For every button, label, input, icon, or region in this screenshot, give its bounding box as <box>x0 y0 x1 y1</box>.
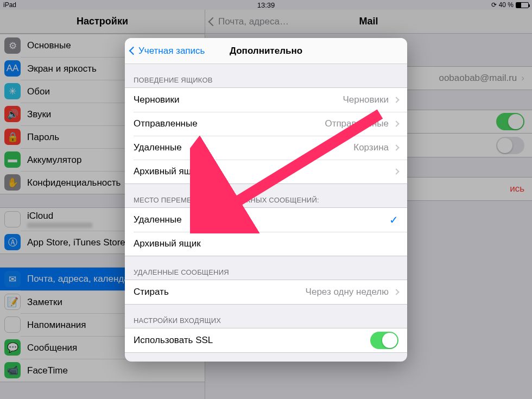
modal-row[interactable]: Архивный ящик <box>125 160 407 183</box>
modal-row[interactable]: ЧерновикиЧерновики <box>125 88 407 112</box>
row-label: Удаленные <box>134 142 353 153</box>
row-label: Стирать <box>134 287 306 297</box>
section-header: ПОВЕДЕНИЕ ЯЩИКОВ <box>125 64 407 87</box>
modal-body: ПОВЕДЕНИЕ ЯЩИКОВЧерновикиЧерновикиОтправ… <box>125 64 407 362</box>
row-label: Черновики <box>134 94 343 105</box>
checkmark-icon: ✓ <box>389 213 398 226</box>
chevron-left-icon <box>129 47 138 55</box>
row-label: Отправленные <box>134 118 325 129</box>
modal-navbar: Учетная запись Дополнительно <box>125 38 407 64</box>
chevron-right-icon <box>393 168 399 174</box>
row-label: Архивный ящик <box>134 238 398 249</box>
modal-row[interactable]: Архивный ящик <box>125 232 407 256</box>
row-label: Архивный ящик <box>134 166 389 177</box>
chevron-right-icon <box>393 289 399 295</box>
chevron-right-icon <box>393 97 399 103</box>
advanced-modal: Учетная запись Дополнительно ПОВЕДЕНИЕ Я… <box>125 38 407 362</box>
row-label: Использовать SSL <box>134 335 370 346</box>
screen: iPad 13:39 ⟳ 40 % Настройки ⚙︎ОсновныеAA… <box>0 0 532 399</box>
modal-back-button[interactable]: Учетная запись <box>130 46 205 56</box>
modal-row[interactable]: СтиратьЧерез одну неделю <box>125 280 407 304</box>
section-header: УДАЛЕННЫЕ СООБЩЕНИЯ <box>125 256 407 280</box>
ssl-switch[interactable] <box>370 332 398 349</box>
modal-row[interactable]: УдаленныеКорзина <box>125 136 407 160</box>
section-header: МЕСТО ПЕРЕМЕЩЕНИЖНЫХ СООБЩЕНИЙ: <box>125 184 407 207</box>
modal-title: Дополнительно <box>230 46 302 56</box>
row-label: Удаленные <box>134 214 389 225</box>
modal-row[interactable]: ОтправленныеОтправленные <box>125 112 407 136</box>
row-value: Через одну неделю <box>306 287 389 297</box>
row-value: Отправленные <box>325 118 389 129</box>
row-value: Черновики <box>343 94 389 105</box>
chevron-right-icon <box>393 121 399 126</box>
row-value: Корзина <box>353 142 389 153</box>
section-header: НАСТРОЙКИ ВХОДЯЩИХ <box>125 305 407 328</box>
chevron-right-icon <box>393 144 399 150</box>
modal-row[interactable]: Удаленные✓ <box>125 208 407 232</box>
modal-row[interactable]: Использовать SSL <box>125 328 407 352</box>
